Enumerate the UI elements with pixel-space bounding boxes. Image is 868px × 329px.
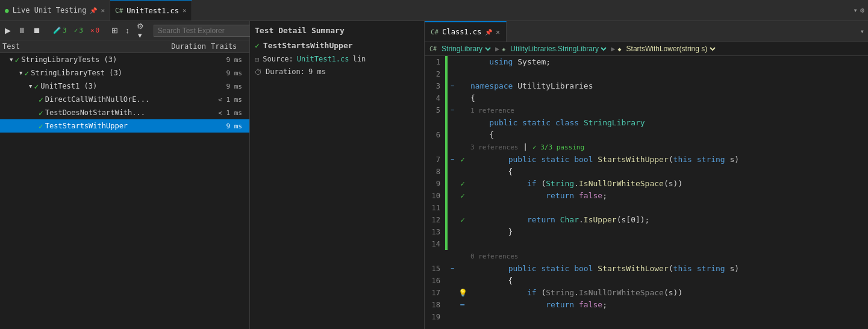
col-duration-header: Duration (151, 42, 211, 51)
gear-icon[interactable]: ⚙ (860, 6, 864, 14)
source-label: Source: (263, 55, 293, 63)
editor-tab-actions: ▾ (857, 21, 868, 42)
test-toolbar: ▶ ⏸ ⏹ 🧪 3 ✓ 3 ✕ 0 ⊞ ↕ ⚙ ▾ 🔍 (0, 21, 249, 40)
cs-file-icon: C# (115, 7, 123, 14)
search-input[interactable] (158, 27, 248, 35)
cs-file-icon: C# (431, 28, 439, 36)
check-count: 3 (79, 27, 83, 34)
group-button[interactable]: ⊞ (109, 25, 120, 36)
code-line-15: 15 − public static bool StartsWithLower(… (425, 263, 868, 275)
breadcrumb-method-select[interactable]: StartsWithLower(string s) (624, 44, 717, 54)
code-block-5: 5 − 1 reference public static class Stri… (425, 104, 868, 129)
code-line-4: 4 { (425, 92, 868, 104)
editor-tab-bar: C# Class1.cs 📌 ✕ ▾ (425, 21, 868, 42)
fail-count: 0 (96, 27, 100, 34)
collapse-icon: ▼ (10, 57, 13, 63)
pause-button[interactable]: ⏸ (16, 25, 28, 36)
item-duration: 9 ms (213, 69, 249, 77)
code-line-7-hints: 3 references | ✓ 3/3 passing (425, 141, 868, 154)
editor-panel: C# Class1.cs 📌 ✕ ▾ C# StringLibrary ▶ ◈ (425, 21, 868, 329)
breadcrumb-method: ◆ StartsWithLower(string s) (618, 44, 717, 54)
code-line-7: 7 − ✓ public static bool StartsWithUpper… (425, 154, 868, 166)
pass-icon: ✓ (39, 122, 43, 131)
flask-icon: 🧪 (53, 27, 61, 34)
column-headers: Test Duration Traits (0, 40, 249, 53)
test-name-label: TestStartsWithUpper (263, 41, 353, 50)
check-badge: ✓ 3 (72, 26, 86, 35)
item-label: DirectCallWithNullOrE... (45, 95, 149, 104)
list-item[interactable]: ✓ DirectCallWithNullOrE... < 1 ms (0, 93, 249, 106)
pass-icon: ✓ (34, 82, 39, 91)
list-item[interactable]: ✓ TestStartsWithUpper 9 ms (0, 119, 249, 133)
dropdown-arrow-icon[interactable]: ▾ (860, 27, 864, 36)
breadcrumb-sep-2: ▶ (611, 45, 615, 53)
pass-icon: ✓ (24, 69, 29, 78)
list-item[interactable]: ✓ TestDoesNotStartWith... < 1 ms (0, 106, 249, 119)
source-link[interactable]: UnitTest1.cs (297, 55, 349, 63)
clock-icon: ⏱ (255, 68, 262, 77)
detail-duration-row: ⏱ Duration: 9 ms (255, 67, 419, 77)
code-line-5: 5 − 1 reference (425, 104, 868, 117)
code-area: 1 using System; 2 3 − namespac (425, 56, 868, 329)
collapse-icon: ▼ (19, 70, 22, 76)
test-panel: ▶ ⏸ ⏹ 🧪 3 ✓ 3 ✕ 0 ⊞ ↕ ⚙ ▾ 🔍 (0, 21, 250, 329)
pass-icon: ✓ (14, 55, 19, 64)
detail-panel: Test Detail Summary ✓ TestStartsWithUppe… (250, 21, 425, 329)
list-item[interactable]: ▼ ✓ StringLibraryTest (3) 9 ms (0, 66, 249, 80)
pin-icon: 📌 (485, 29, 492, 36)
tab-label: Live Unit Testing (13, 6, 87, 14)
fail-badge: ✕ 0 (88, 26, 102, 35)
code-line-11: 11 (425, 202, 868, 214)
breadcrumb-class-select[interactable]: StringLibrary (439, 44, 493, 54)
code-line-8: 8 { (425, 166, 868, 178)
col-test-header: Test (2, 42, 151, 51)
item-label: StringLibraryTest (3) (31, 69, 122, 77)
tab-live-unit-testing[interactable]: ● Live Unit Testing 📌 ✕ (0, 0, 110, 20)
code-line-14: 14 (425, 238, 868, 250)
stop-button[interactable]: ⏹ (31, 25, 43, 36)
pass-badge: 🧪 3 (51, 26, 69, 35)
close-tab-button[interactable]: ✕ (101, 7, 105, 14)
detail-test-name: ✓ TestStartsWithUpper (255, 41, 419, 50)
list-item[interactable]: ▼ ✓ StringLibraryTests (3) 9 ms (0, 53, 249, 66)
close-tab-button[interactable]: ✕ (183, 7, 187, 14)
cs-breadcrumb-icon: C# (429, 46, 437, 52)
editor-breadcrumb: C# StringLibrary ▶ ◈ UtilityLibraries.St… (425, 42, 868, 56)
code-line-12: 12 ✓ return Char.IsUpper(s[0]); (425, 214, 868, 226)
breadcrumb-namespace-select[interactable]: UtilityLibraries.StringLibrary (508, 44, 608, 54)
col-traits-header: Traits (211, 42, 247, 51)
tab-actions: ▾ ⚙ (850, 0, 868, 20)
search-box: 🔍 (154, 25, 264, 37)
tab-class1[interactable]: C# Class1.cs 📌 ✕ (425, 21, 507, 42)
tab-unittest1[interactable]: C# UnitTest1.cs ✕ (110, 0, 192, 20)
code-line-17: 17 💡 if (String.IsNullOrWhiteSpace(s)) (425, 287, 868, 299)
code-line-9: 9 ✓ if (String.IsNullOrWhiteSpace(s)) (425, 178, 868, 190)
code-block-15: 0 references 15 − public static bool Sta… (425, 250, 868, 275)
duration-value: 9 ms (308, 67, 326, 76)
code-block-7: 3 references | ✓ 3/3 passing 7 − ✓ publi… (425, 141, 868, 166)
item-label: TestStartsWithUpper (45, 122, 128, 130)
duration-label: Duration: (266, 67, 305, 76)
x-icon: ✕ (90, 27, 95, 34)
code-line-19: 19 (425, 311, 868, 323)
code-line-6: 6 { (425, 129, 868, 141)
list-item[interactable]: ▼ ✓ UnitTest1 (3) 9 ms (0, 80, 249, 93)
sort-button[interactable]: ↕ (123, 25, 132, 36)
item-label: StringLibraryTests (3) (21, 55, 117, 64)
code-line-5b: public static class StringLibrary (425, 117, 868, 129)
settings-button[interactable]: ⚙ ▾ (134, 21, 146, 41)
item-duration: < 1 ms (213, 109, 249, 117)
code-line-16: 16 { (425, 275, 868, 287)
play-button[interactable]: ▶ (2, 25, 13, 36)
dropdown-arrow-icon[interactable]: ▾ (854, 6, 858, 14)
item-label: UnitTest1 (3) (40, 82, 97, 90)
code-line-10: 10 ✓ return false; (425, 190, 868, 202)
code-line-13: 13 } (425, 226, 868, 238)
tree-view: ▼ ✓ StringLibraryTests (3) 9 ms ▼ ✓ Stri… (0, 53, 249, 329)
breadcrumb-namespace: ◈ UtilityLibraries.StringLibrary (502, 44, 608, 54)
close-tab-button[interactable]: ✕ (496, 28, 500, 36)
source-icon: ⊟ (255, 55, 259, 64)
tab-label: UnitTest1.cs (126, 7, 179, 15)
main-layout: ▶ ⏸ ⏹ 🧪 3 ✓ 3 ✕ 0 ⊞ ↕ ⚙ ▾ 🔍 (0, 21, 868, 329)
live-testing-icon: ● (5, 7, 9, 14)
